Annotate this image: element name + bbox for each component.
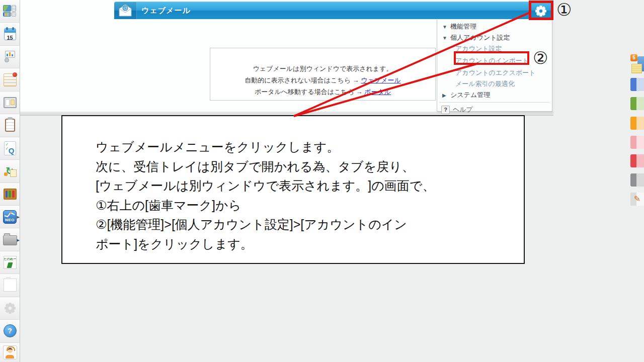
expander-arrow-icon[interactable]: ▶ [17, 215, 20, 219]
webmail-popup-message-panel: ウェブメールは別ウィンドウで表示されます。 自動的に表示されない場合はこちら →… [210, 48, 436, 101]
menu-item-help[interactable]: ? ヘルプ [437, 104, 552, 116]
sidebar-item-circulation[interactable]: ↻ [0, 160, 20, 183]
sidebar-item-folder[interactable]: ▶ [0, 228, 20, 251]
right-rail-note-icon[interactable]: 5 [630, 54, 644, 74]
right-tab-pink[interactable] [630, 136, 644, 149]
sidebar-item-tanomeru[interactable]: たのめーる [0, 251, 20, 274]
sidebar-item-survey[interactable]: ✓ ✓ Q [0, 137, 20, 160]
right-tab-orange[interactable] [630, 117, 644, 130]
settings-gear-button[interactable] [530, 2, 551, 20]
presentation-board-icon [4, 50, 17, 63]
menu-item-mail-index-optimization[interactable]: メール索引の最適化 [437, 78, 552, 89]
expander-arrow-icon[interactable]: ▶ [17, 238, 20, 241]
sidebar-item-help[interactable]: ? [0, 320, 20, 342]
svg-text:@: @ [123, 6, 127, 11]
note-count-badge: 5 [630, 54, 637, 61]
sidebar-item-portal[interactable] [0, 0, 20, 23]
message-line-2: 自動的に表示されない場合はこちら → ウェブメール [210, 74, 435, 86]
step-2-marker: ② [533, 49, 548, 67]
sidebar-item-settings[interactable] [0, 297, 20, 320]
gear-disabled-icon [4, 302, 17, 315]
menu-item-function-management[interactable]: ▼ 機能管理 [437, 21, 552, 32]
page-title: ウェブメール [141, 6, 191, 16]
sidebar-item-equipment[interactable] [0, 46, 20, 68]
gear-icon [534, 5, 547, 18]
circulation-icon: ↻ [4, 164, 17, 177]
portal-link[interactable]: ポータル [364, 88, 391, 96]
right-tab-green[interactable] [630, 97, 644, 110]
right-tab-red[interactable] [630, 154, 644, 167]
webmail-link[interactable]: ウェブメール [361, 76, 401, 84]
support-operator-icon [3, 345, 17, 359]
message-line-3: ポータルへ移動する場合はこちら → ポータル [210, 86, 435, 98]
help-question-icon: ? [441, 106, 450, 114]
menu-item-account-export[interactable]: アカウントのエクスポート [437, 67, 552, 78]
chevron-right-icon: ▶ [442, 93, 450, 98]
sidebar-item-bulletin-board[interactable] [0, 92, 20, 114]
sidebar-item-photo-banner[interactable] [0, 274, 20, 297]
neo-app-icon: NEO [3, 210, 17, 224]
folder-icon [3, 235, 17, 245]
message-line-1: ウェブメールは別ウィンドウで表示されます。 [210, 63, 435, 74]
survey-check-icon: ✓ ✓ Q [4, 141, 16, 155]
photo-banner-icon [4, 279, 17, 292]
menu-item-system-management[interactable]: ▶ システム管理 [437, 89, 552, 101]
bulletin-board-icon [4, 97, 17, 108]
chevron-down-icon: ▼ [442, 24, 450, 30]
menu-item-personal-account-settings[interactable]: ▼ 個人アカウント設定 [437, 32, 552, 43]
portal-icon [3, 5, 17, 18]
pencil-edit-icon[interactable]: ✎ [630, 193, 644, 206]
step-1-marker: ① [556, 1, 572, 19]
envelope-icon: @ [118, 4, 133, 17]
sidebar-item-calendar[interactable]: 15 [0, 23, 20, 45]
right-tab-blue[interactable] [630, 78, 644, 91]
menu-divider [439, 102, 550, 103]
sidebar-item-clipboard[interactable] [0, 114, 20, 137]
app-sidebar: 15 ✓ ✓ Q ↻ NEO ▶ ▶ [0, 0, 20, 362]
help-icon: ? [4, 324, 17, 337]
sidebar-item-memo[interactable] [0, 68, 20, 91]
sidebar-item-neo[interactable]: NEO ▶ [0, 206, 20, 228]
sidebar-item-support[interactable] [0, 343, 20, 362]
sidebar-item-cabinet[interactable] [0, 183, 20, 206]
webmail-header-bar: @ ウェブメール [114, 2, 552, 19]
webmail-app-icon-zone: @ [114, 2, 137, 19]
sticky-note-icon [631, 64, 642, 73]
clipboard-icon [5, 119, 15, 132]
instruction-note-box: ウェブメールメニューをクリックします。 次に、受信トレイは別タブで開かれる為、タ… [61, 115, 525, 264]
bookshelf-icon [4, 189, 17, 200]
tanomeru-icon: たのめーる [4, 256, 17, 269]
calendar-icon: 15 [4, 28, 16, 40]
memo-icon [4, 73, 17, 86]
instruction-text: ウェブメールメニューをクリックします。 次に、受信トレイは別タブで開かれる為、タ… [96, 137, 524, 253]
chevron-down-icon: ▼ [442, 35, 450, 41]
right-tab-gray[interactable] [630, 173, 644, 187]
